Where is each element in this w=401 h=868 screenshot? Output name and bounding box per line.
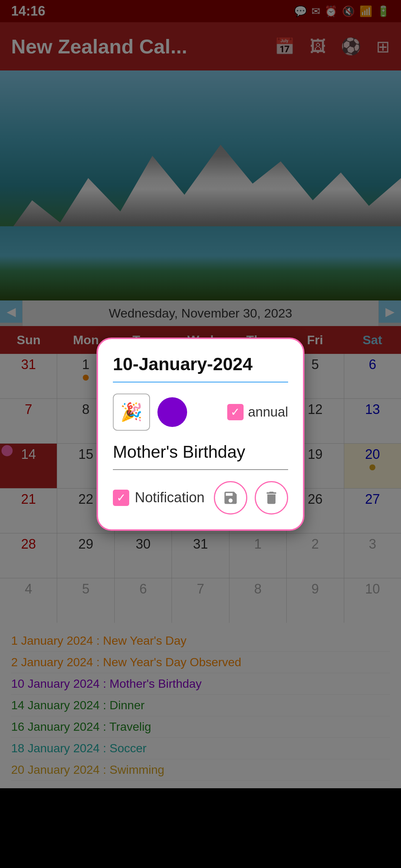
annual-checkbox[interactable]: ✓ <box>227 404 244 420</box>
modal-options-row: 🎉 ✓ annual <box>113 394 288 431</box>
modal-overlay[interactable]: 10-January-2024 🎉 ✓ annual Mother's Birt… <box>0 0 401 868</box>
modal-actions <box>214 481 288 514</box>
notification-row: ✓ Notification <box>113 490 205 506</box>
modal-dialog: 10-January-2024 🎉 ✓ annual Mother's Birt… <box>97 338 304 531</box>
annual-check-row: ✓ annual <box>227 404 288 420</box>
notification-checkbox[interactable]: ✓ <box>113 490 129 506</box>
notification-label: Notification <box>135 490 205 506</box>
annual-label: annual <box>248 404 288 420</box>
event-color-selector[interactable] <box>157 397 187 427</box>
event-name-field[interactable]: Mother's Birthday <box>113 442 288 470</box>
modal-footer: ✓ Notification <box>113 481 288 514</box>
delete-button[interactable] <box>255 481 288 514</box>
save-button[interactable] <box>214 481 247 514</box>
modal-date-field[interactable]: 10-January-2024 <box>113 354 288 382</box>
event-icon-selector[interactable]: 🎉 <box>113 394 150 431</box>
